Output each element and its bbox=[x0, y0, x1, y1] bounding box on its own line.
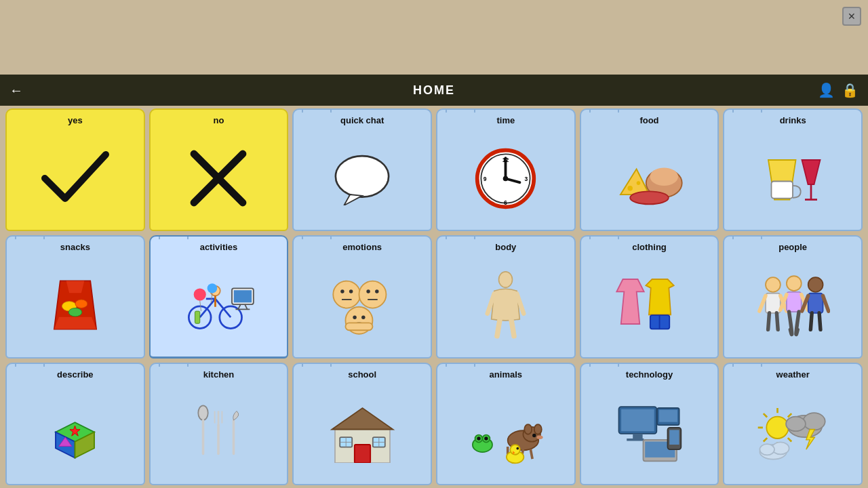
svg-point-123 bbox=[516, 447, 519, 450]
svg-line-63 bbox=[497, 319, 500, 336]
cell-icon-time: 12 3 6 9 bbox=[440, 129, 572, 227]
back-button[interactable]: ← bbox=[9, 83, 23, 98]
cell-label-kitchen: kitchen bbox=[203, 369, 235, 380]
svg-line-140 bbox=[788, 438, 791, 441]
svg-rect-125 bbox=[621, 409, 654, 431]
cell-label-snacks: snacks bbox=[60, 242, 90, 252]
user-icon[interactable]: 👤 bbox=[818, 82, 835, 98]
cell-icon-body bbox=[440, 256, 572, 354]
svg-point-145 bbox=[786, 416, 806, 431]
svg-rect-47 bbox=[195, 311, 200, 323]
svg-point-52 bbox=[359, 281, 387, 308]
cell-icon-food bbox=[584, 129, 715, 227]
svg-point-18 bbox=[630, 191, 669, 204]
svg-point-57 bbox=[353, 316, 357, 319]
svg-point-54 bbox=[375, 290, 378, 293]
cell-label-no: no bbox=[214, 115, 224, 125]
svg-text:6: 6 bbox=[504, 199, 507, 205]
svg-line-72 bbox=[777, 313, 778, 330]
svg-point-44 bbox=[208, 283, 218, 293]
cell-label-school: school bbox=[348, 369, 376, 380]
cell-technology[interactable]: technology bbox=[580, 363, 719, 485]
cell-no[interactable]: no bbox=[149, 108, 289, 231]
svg-rect-74 bbox=[787, 292, 802, 312]
cell-kitchen[interactable]: kitchen bbox=[149, 363, 289, 485]
cell-snacks[interactable]: snacks bbox=[5, 235, 145, 358]
close-button[interactable]: ✕ bbox=[842, 7, 861, 26]
svg-point-144 bbox=[803, 413, 825, 430]
svg-rect-39 bbox=[234, 290, 252, 302]
cell-yes[interactable]: yes bbox=[5, 108, 145, 231]
cell-label-quick_chat: quick chat bbox=[340, 115, 384, 125]
svg-point-29 bbox=[75, 300, 87, 308]
cell-activities[interactable]: activities bbox=[149, 235, 289, 358]
top-area: ✕ bbox=[0, 0, 868, 75]
lock-icon[interactable]: 🔒 bbox=[842, 82, 859, 98]
svg-text:3: 3 bbox=[525, 176, 528, 182]
svg-point-113 bbox=[534, 424, 542, 434]
cell-emotions[interactable]: emotions bbox=[292, 235, 432, 358]
svg-point-67 bbox=[766, 278, 781, 293]
svg-point-114 bbox=[532, 434, 536, 437]
svg-point-53 bbox=[367, 290, 370, 293]
cell-icon-technology bbox=[584, 384, 715, 481]
cell-icon-people bbox=[727, 256, 859, 354]
svg-line-80 bbox=[823, 296, 829, 312]
svg-line-82 bbox=[819, 313, 821, 330]
cell-people[interactable]: people bbox=[723, 235, 863, 358]
cell-school[interactable]: school bbox=[292, 363, 432, 485]
cell-clothing[interactable]: clothing bbox=[580, 235, 719, 358]
svg-line-40 bbox=[239, 304, 241, 309]
svg-point-50 bbox=[349, 290, 353, 293]
svg-line-33 bbox=[200, 299, 216, 317]
cell-animals[interactable]: animals bbox=[436, 363, 576, 485]
cell-label-time: time bbox=[496, 115, 515, 125]
svg-line-142 bbox=[764, 438, 767, 441]
svg-point-134 bbox=[766, 416, 788, 438]
cell-food[interactable]: food bbox=[580, 108, 719, 231]
cell-label-technology: technology bbox=[626, 369, 673, 380]
svg-line-41 bbox=[245, 304, 248, 309]
navbar: ← HOME 👤 🔒 bbox=[0, 75, 868, 106]
cell-label-yes: yes bbox=[68, 115, 83, 125]
cell-describe[interactable]: describe bbox=[5, 363, 145, 485]
cell-label-clothing: clothing bbox=[632, 242, 667, 252]
svg-marker-27 bbox=[54, 317, 96, 329]
cell-icon-quick_chat bbox=[296, 129, 428, 227]
cell-drinks[interactable]: drinks bbox=[723, 108, 863, 231]
cell-icon-describe bbox=[9, 384, 141, 481]
cell-body[interactable]: body bbox=[436, 235, 576, 358]
svg-rect-131 bbox=[669, 430, 679, 445]
svg-marker-26 bbox=[66, 281, 84, 293]
svg-point-48 bbox=[333, 281, 360, 308]
svg-line-81 bbox=[811, 313, 812, 330]
svg-rect-59 bbox=[346, 323, 373, 331]
cell-label-drinks: drinks bbox=[780, 115, 806, 125]
cell-quick_chat[interactable]: quick chat bbox=[292, 108, 432, 231]
cell-icon-school bbox=[296, 384, 428, 481]
svg-marker-13 bbox=[620, 169, 650, 195]
cell-label-body: body bbox=[495, 242, 516, 252]
svg-rect-98 bbox=[354, 445, 370, 463]
cell-icon-snacks bbox=[9, 256, 141, 354]
svg-point-8 bbox=[503, 176, 509, 181]
cell-weather[interactable]: weather bbox=[723, 363, 863, 485]
svg-point-77 bbox=[808, 278, 823, 293]
category-grid: yes no quick chat time 12 3 6 9 food bbox=[0, 106, 868, 488]
cell-icon-weather bbox=[727, 384, 859, 481]
svg-point-115 bbox=[536, 435, 542, 439]
svg-point-17 bbox=[650, 167, 678, 185]
svg-point-14 bbox=[627, 186, 633, 191]
svg-text:12: 12 bbox=[502, 156, 509, 163]
svg-point-30 bbox=[68, 308, 82, 317]
cell-time[interactable]: time 12 3 6 9 bbox=[436, 108, 576, 231]
svg-point-109 bbox=[484, 436, 488, 440]
svg-point-121 bbox=[510, 445, 520, 455]
cell-label-animals: animals bbox=[490, 369, 522, 380]
svg-line-71 bbox=[768, 313, 770, 330]
svg-line-141 bbox=[788, 413, 791, 417]
svg-point-49 bbox=[340, 290, 344, 293]
cell-icon-clothing bbox=[584, 256, 715, 354]
svg-point-43 bbox=[194, 288, 206, 300]
cell-label-people: people bbox=[778, 242, 807, 252]
